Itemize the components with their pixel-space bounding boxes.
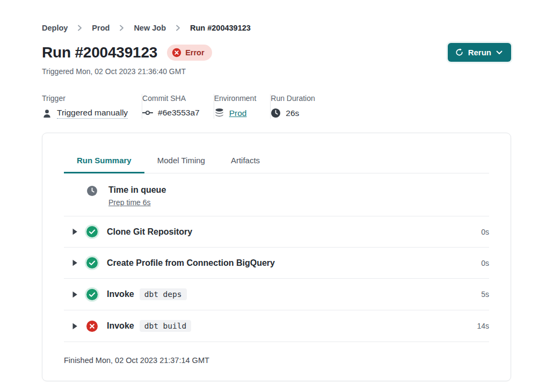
chevron-down-icon — [496, 50, 503, 55]
meta-trigger: Trigger Triggered manually — [42, 94, 142, 119]
tab-run-summary[interactable]: Run Summary — [64, 150, 144, 173]
step-command-chip: dbt build — [140, 320, 192, 332]
page-title: Run #200439123 — [42, 44, 157, 61]
tab-model-timing[interactable]: Model Timing — [144, 150, 218, 173]
breadcrumb-deploy[interactable]: Deploy — [42, 24, 68, 32]
step-duration: 0s — [481, 259, 489, 267]
breadcrumb-prod[interactable]: Prod — [92, 24, 110, 32]
step-name-label: Invoke — [107, 289, 134, 299]
run-summary-card: Run Summary Model Timing Artifacts Time … — [42, 133, 511, 381]
queue-title: Time in queue — [108, 185, 166, 195]
error-circle-icon — [86, 321, 98, 332]
breadcrumb-current-run: Run #200439123 — [190, 24, 251, 32]
chevron-right-icon — [176, 25, 180, 31]
status-badge: Error — [167, 45, 212, 61]
meta-environment: Environment Prod — [214, 94, 271, 118]
breadcrumb: Deploy Prod New Job Run #200439123 — [42, 24, 511, 32]
environment-link[interactable]: Prod — [229, 108, 247, 118]
success-check-icon — [86, 257, 98, 268]
tab-bar: Run Summary Model Timing Artifacts — [64, 133, 489, 173]
finished-timestamp: Finished Mon, 02 Oct 2023 21:37:14 GMT — [64, 342, 489, 381]
clock-icon — [271, 108, 281, 118]
meta-commit-label: Commit SHA — [142, 94, 200, 103]
trigger-value[interactable]: Triggered manually — [57, 108, 128, 119]
title-row: Run #200439123 Error Rerun — [42, 43, 511, 62]
step-row-clone-git[interactable]: Clone Git Repository 0s — [64, 216, 489, 248]
expand-caret-icon[interactable] — [72, 323, 82, 330]
meta-duration-label: Run Duration — [271, 94, 315, 103]
database-icon — [214, 108, 224, 118]
step-row-create-profile[interactable]: Create Profile from Connection BigQuery … — [64, 248, 489, 279]
step-name-label: Create Profile from Connection BigQuery — [107, 258, 275, 268]
expand-caret-icon[interactable] — [72, 259, 82, 266]
success-check-icon — [86, 226, 98, 237]
refresh-icon — [455, 48, 463, 56]
error-circle-icon — [172, 48, 181, 57]
step-duration: 0s — [481, 228, 489, 236]
step-name-label: Invoke — [107, 321, 134, 331]
step-duration: 14s — [477, 322, 489, 330]
person-icon — [42, 108, 52, 119]
step-command-chip: dbt deps — [140, 288, 187, 300]
breadcrumb-new-job[interactable]: New Job — [134, 24, 166, 32]
run-metadata: Trigger Triggered manually Commit SHA — [42, 94, 511, 119]
clock-icon — [86, 185, 98, 199]
meta-run-duration: Run Duration 26s — [271, 94, 329, 118]
meta-commit-sha: Commit SHA #6e3553a7 — [142, 94, 214, 118]
expand-caret-icon[interactable] — [72, 291, 82, 298]
step-name-label: Clone Git Repository — [107, 227, 192, 237]
chevron-right-icon — [77, 25, 82, 31]
status-badge-label: Error — [185, 48, 204, 57]
tab-artifacts[interactable]: Artifacts — [218, 150, 273, 173]
triggered-timestamp: Triggered Mon, 02 Oct 2023 21:36:40 GMT — [42, 67, 511, 76]
prep-time-link[interactable]: Prep time 6s — [108, 198, 151, 207]
commit-sha-value: #6e3553a7 — [158, 108, 200, 118]
success-check-icon — [86, 289, 98, 300]
chevron-right-icon — [119, 25, 124, 31]
run-duration-value: 26s — [286, 108, 299, 118]
time-in-queue-row: Time in queue Prep time 6s — [64, 173, 489, 216]
step-row-dbt-build[interactable]: Invoke dbt build 14s — [64, 310, 489, 342]
meta-trigger-label: Trigger — [42, 94, 128, 103]
meta-environment-label: Environment — [214, 94, 257, 103]
rerun-button-label: Rerun — [468, 48, 491, 57]
git-commit-icon — [142, 109, 153, 117]
step-row-dbt-deps[interactable]: Invoke dbt deps 5s — [64, 279, 489, 310]
rerun-button[interactable]: Rerun — [448, 43, 511, 62]
step-duration: 5s — [481, 290, 489, 299]
run-detail-page: Deploy Prod New Job Run #200439123 Run #… — [0, 24, 553, 381]
expand-caret-icon[interactable] — [72, 228, 82, 235]
